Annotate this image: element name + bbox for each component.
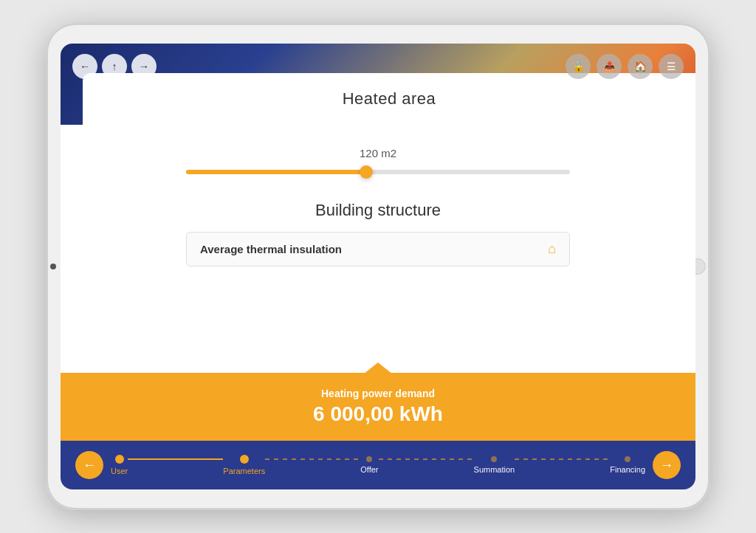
heated-area-slider[interactable] <box>186 170 570 174</box>
menu-button[interactable]: ☰ <box>659 54 684 79</box>
step-item-parameters: Parameters <box>223 455 265 475</box>
up-button[interactable]: ↑ <box>102 54 127 79</box>
footer-nav: ← User Parameters Offer <box>61 441 695 489</box>
step-item-summation: Summation <box>474 456 515 474</box>
share-button[interactable]: 📤 <box>597 54 622 79</box>
step-line-1 <box>128 458 223 460</box>
step-dot-parameters <box>240 455 249 464</box>
step-label-summation: Summation <box>474 465 515 474</box>
footer-next-button[interactable]: → <box>653 451 681 479</box>
main-content: 120 m2 Building structure Average therma… <box>61 125 695 373</box>
forward-button[interactable]: → <box>131 54 157 79</box>
demand-value: 6 000,00 kWh <box>75 402 681 426</box>
top-right-icons: 🔒 📤 🏠 ☰ <box>566 54 684 79</box>
slider-fill <box>186 170 366 174</box>
tablet-dot-left <box>50 264 56 269</box>
step-line-4 <box>515 458 610 460</box>
dropdown-selected-value: Average thermal insulation <box>200 243 342 255</box>
bottom-panel: Heating power demand 6 000,00 kWh <box>61 373 695 441</box>
page-title: Heated area <box>343 89 436 109</box>
step-item-offer: Offer <box>360 456 378 474</box>
step-dot-user <box>115 455 124 464</box>
nav-steps: User Parameters Offer S <box>103 455 653 475</box>
step-label-user: User <box>111 467 128 475</box>
nav-buttons: ← ↑ → <box>72 54 157 79</box>
heated-area-value: 120 m2 <box>360 147 396 159</box>
step-dot-summation <box>491 456 497 462</box>
building-title: Building structure <box>315 201 441 220</box>
step-label-parameters: Parameters <box>223 467 265 475</box>
step-label-offer: Offer <box>360 465 378 474</box>
screen: ← ↑ → 🔒 📤 🏠 ☰ Heated area 120 m2 <box>61 44 695 489</box>
step-item-user: User <box>111 455 128 475</box>
lock-button[interactable]: 🔒 <box>566 54 591 79</box>
dropdown-house-icon: ⌂ <box>548 241 556 257</box>
step-line-2 <box>265 458 360 460</box>
demand-label: Heating power demand <box>75 388 681 399</box>
header-white-card: Heated area <box>83 73 695 125</box>
tablet-frame: ← ↑ → 🔒 📤 🏠 ☰ Heated area 120 m2 <box>46 23 710 510</box>
step-line-3 <box>379 458 474 460</box>
step-dot-financing <box>625 456 630 462</box>
home-button[interactable]: 🏠 <box>628 54 653 79</box>
screen-header: ← ↑ → 🔒 📤 🏠 ☰ Heated area <box>61 44 695 125</box>
step-label-financing: Financing <box>610 465 645 474</box>
slider-thumb[interactable] <box>360 165 373 179</box>
step-dot-offer <box>366 456 372 462</box>
building-structure-dropdown[interactable]: Average thermal insulation ⌂ <box>186 232 570 266</box>
footer-back-button[interactable]: ← <box>75 451 103 479</box>
slider-track <box>186 170 570 174</box>
back-button[interactable]: ← <box>72 54 97 79</box>
step-item-financing: Financing <box>610 456 645 474</box>
